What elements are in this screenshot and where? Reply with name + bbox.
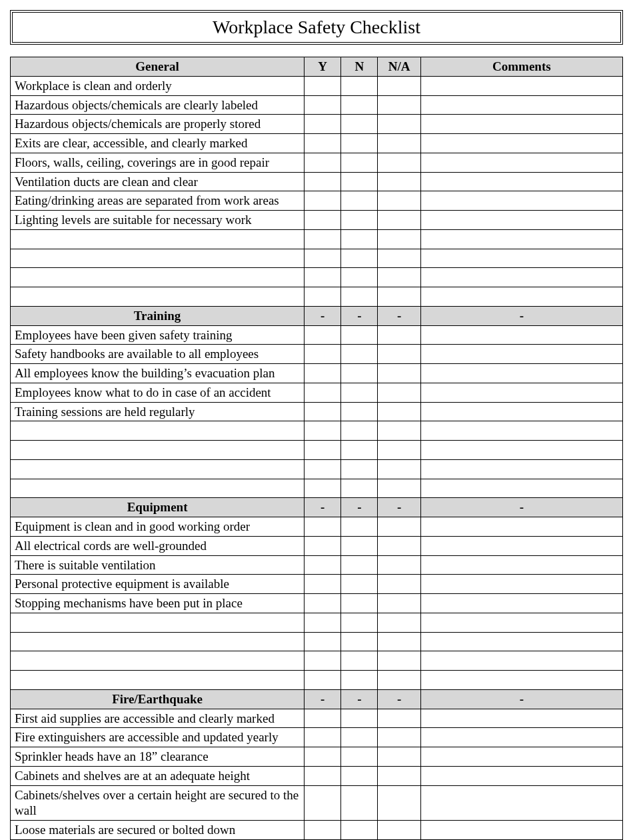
check-cell[interactable]: [305, 594, 341, 613]
check-cell[interactable]: [378, 325, 420, 345]
check-cell[interactable]: [378, 95, 420, 115]
check-cell[interactable]: [378, 268, 420, 287]
checklist-item-blank[interactable]: [11, 671, 305, 690]
check-cell[interactable]: [378, 747, 420, 767]
check-cell[interactable]: [305, 115, 341, 134]
check-cell[interactable]: [341, 575, 378, 594]
check-cell[interactable]: [341, 402, 378, 421]
check-cell[interactable]: [341, 785, 378, 821]
check-cell[interactable]: [341, 153, 378, 172]
checklist-item-blank[interactable]: [11, 441, 305, 460]
comments-cell[interactable]: [420, 95, 622, 115]
checklist-item-blank[interactable]: [11, 421, 305, 441]
comments-cell[interactable]: [420, 555, 622, 575]
check-cell[interactable]: [378, 651, 420, 671]
check-cell[interactable]: [305, 479, 341, 498]
check-cell[interactable]: [305, 211, 341, 230]
check-cell[interactable]: [378, 153, 420, 172]
comments-cell[interactable]: [420, 459, 622, 479]
comments-cell[interactable]: [420, 728, 622, 747]
check-cell[interactable]: [305, 651, 341, 671]
check-cell[interactable]: [341, 191, 378, 211]
check-cell[interactable]: [378, 632, 420, 651]
check-cell[interactable]: [378, 134, 420, 153]
check-cell[interactable]: [378, 76, 420, 95]
comments-cell[interactable]: [420, 575, 622, 594]
check-cell[interactable]: [305, 517, 341, 537]
check-cell[interactable]: [341, 211, 378, 230]
comments-cell[interactable]: [420, 821, 622, 840]
check-cell[interactable]: [341, 555, 378, 575]
checklist-item-blank[interactable]: [11, 249, 305, 268]
checklist-item-blank[interactable]: [11, 651, 305, 671]
check-cell[interactable]: [378, 172, 420, 191]
check-cell[interactable]: [378, 364, 420, 383]
comments-cell[interactable]: [420, 479, 622, 498]
check-cell[interactable]: [341, 709, 378, 728]
check-cell[interactable]: [341, 821, 378, 840]
check-cell[interactable]: [305, 172, 341, 191]
comments-cell[interactable]: [420, 325, 622, 345]
check-cell[interactable]: [378, 517, 420, 537]
check-cell[interactable]: [305, 766, 341, 785]
comments-cell[interactable]: [420, 441, 622, 460]
check-cell[interactable]: [341, 345, 378, 364]
comments-cell[interactable]: [420, 632, 622, 651]
check-cell[interactable]: [341, 766, 378, 785]
check-cell[interactable]: [341, 517, 378, 537]
comments-cell[interactable]: [420, 249, 622, 268]
check-cell[interactable]: [305, 383, 341, 402]
check-cell[interactable]: [341, 383, 378, 402]
comments-cell[interactable]: [420, 517, 622, 537]
checklist-item-blank[interactable]: [11, 479, 305, 498]
comments-cell[interactable]: [420, 766, 622, 785]
check-cell[interactable]: [305, 555, 341, 575]
check-cell[interactable]: [378, 728, 420, 747]
check-cell[interactable]: [341, 536, 378, 555]
check-cell[interactable]: [341, 459, 378, 479]
check-cell[interactable]: [305, 229, 341, 249]
check-cell[interactable]: [378, 766, 420, 785]
comments-cell[interactable]: [420, 402, 622, 421]
check-cell[interactable]: [305, 402, 341, 421]
comments-cell[interactable]: [420, 613, 622, 632]
checklist-item-blank[interactable]: [11, 268, 305, 287]
check-cell[interactable]: [305, 364, 341, 383]
check-cell[interactable]: [378, 459, 420, 479]
check-cell[interactable]: [341, 268, 378, 287]
comments-cell[interactable]: [420, 747, 622, 767]
check-cell[interactable]: [305, 821, 341, 840]
check-cell[interactable]: [305, 421, 341, 441]
checklist-item-blank[interactable]: [11, 459, 305, 479]
check-cell[interactable]: [305, 613, 341, 632]
check-cell[interactable]: [305, 747, 341, 767]
check-cell[interactable]: [305, 287, 341, 307]
check-cell[interactable]: [305, 191, 341, 211]
check-cell[interactable]: [341, 95, 378, 115]
comments-cell[interactable]: [420, 191, 622, 211]
check-cell[interactable]: [341, 421, 378, 441]
comments-cell[interactable]: [420, 785, 622, 821]
comments-cell[interactable]: [420, 134, 622, 153]
check-cell[interactable]: [305, 785, 341, 821]
check-cell[interactable]: [341, 287, 378, 307]
check-cell[interactable]: [305, 153, 341, 172]
check-cell[interactable]: [305, 95, 341, 115]
check-cell[interactable]: [305, 728, 341, 747]
comments-cell[interactable]: [420, 709, 622, 728]
check-cell[interactable]: [341, 325, 378, 345]
check-cell[interactable]: [378, 421, 420, 441]
check-cell[interactable]: [305, 575, 341, 594]
check-cell[interactable]: [305, 709, 341, 728]
comments-cell[interactable]: [420, 345, 622, 364]
check-cell[interactable]: [341, 172, 378, 191]
check-cell[interactable]: [305, 268, 341, 287]
comments-cell[interactable]: [420, 594, 622, 613]
check-cell[interactable]: [305, 459, 341, 479]
comments-cell[interactable]: [420, 651, 622, 671]
check-cell[interactable]: [378, 287, 420, 307]
check-cell[interactable]: [341, 632, 378, 651]
check-cell[interactable]: [378, 555, 420, 575]
check-cell[interactable]: [378, 785, 420, 821]
check-cell[interactable]: [305, 536, 341, 555]
